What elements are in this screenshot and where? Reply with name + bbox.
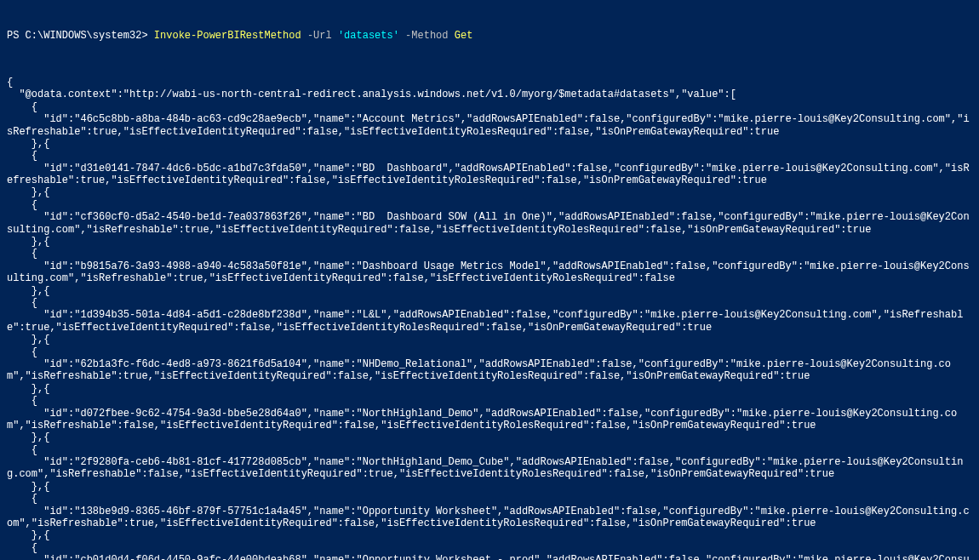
method-flag: -Method (405, 30, 448, 42)
url-flag: -Url (307, 30, 332, 42)
cmdlet-name: Invoke-PowerBIRestMethod (154, 30, 301, 42)
json-output: { "@odata.context":"http://wabi-us-north… (7, 77, 972, 560)
method-value: Get (455, 30, 473, 42)
ps-prompt: PS C:\WINDOWS\system32> (7, 30, 148, 42)
powershell-terminal[interactable]: PS C:\WINDOWS\system32> Invoke-PowerBIRe… (0, 0, 979, 560)
command-line: PS C:\WINDOWS\system32> Invoke-PowerBIRe… (7, 30, 972, 42)
url-value: 'datasets' (338, 30, 399, 42)
